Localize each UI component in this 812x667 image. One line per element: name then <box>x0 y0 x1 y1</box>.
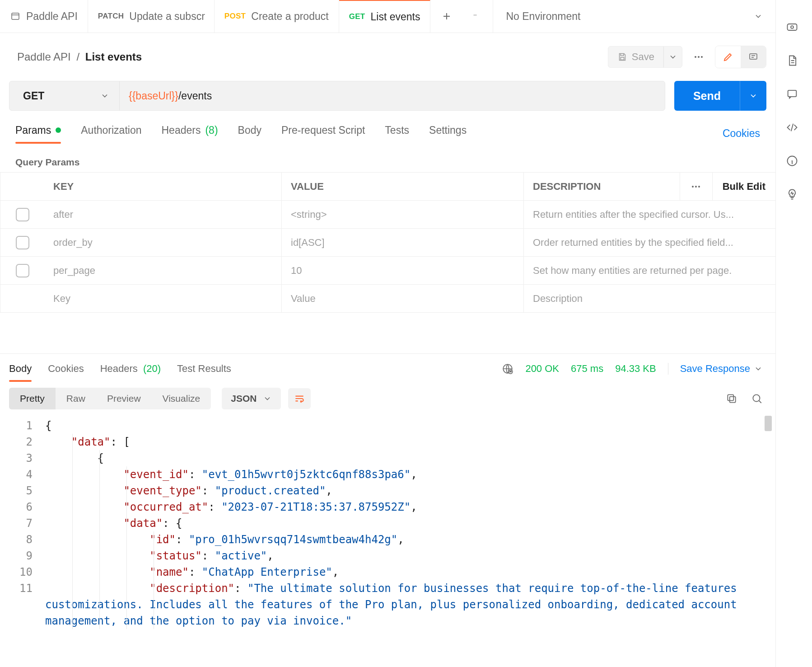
eye-icon[interactable] <box>786 21 798 33</box>
breadcrumb-sep: / <box>74 51 82 63</box>
resp-tab-body[interactable]: Body <box>9 363 32 381</box>
http-method-label: GET <box>23 90 44 102</box>
view-preview[interactable]: Preview <box>96 388 152 409</box>
info-icon[interactable] <box>786 155 798 167</box>
key-input[interactable]: Key <box>44 285 282 312</box>
send-button-group: Send <box>674 81 766 111</box>
url-variable: {{baseUrl}} <box>129 90 178 102</box>
header-value: VALUE <box>282 173 524 200</box>
description-input[interactable]: Description <box>524 285 775 312</box>
resp-tab-cookies[interactable]: Cookies <box>48 363 84 381</box>
send-dropdown[interactable] <box>740 91 766 100</box>
svg-point-9 <box>692 186 694 188</box>
svg-point-6 <box>698 56 700 58</box>
http-method-selector[interactable]: GET <box>9 81 120 110</box>
params-active-indicator <box>56 127 61 133</box>
row-checkbox[interactable] <box>0 229 44 256</box>
table-row: order_byid[ASC]Order returned entities b… <box>0 229 775 257</box>
new-tab-icon[interactable] <box>441 11 452 22</box>
tab-overflow-icon[interactable] <box>468 14 482 18</box>
tab-label: List events <box>371 11 420 23</box>
right-rail <box>776 0 808 667</box>
tab-request-list-events[interactable]: GET List events <box>339 0 431 33</box>
format-selector[interactable]: JSON <box>222 388 281 409</box>
resp-tab-test-results[interactable]: Test Results <box>177 363 231 381</box>
folder-icon <box>10 11 21 22</box>
query-params-label: Query Params <box>0 146 775 172</box>
save-button[interactable]: Save <box>608 47 664 67</box>
tab-request-update-subscription[interactable]: PATCH Update a subscr <box>88 0 215 33</box>
param-description[interactable]: Order returned entities by the specified… <box>524 229 775 256</box>
request-section-tabs: Params Authorization Headers (8) Body Pr… <box>0 121 775 146</box>
param-key[interactable]: per_page <box>44 257 282 284</box>
code-line: 5 "event_type": "product.created", <box>0 483 775 499</box>
comments-icon[interactable] <box>786 88 798 100</box>
save-label: Save <box>632 51 654 63</box>
table-row: per_page10Set how many entities are retu… <box>0 257 775 285</box>
param-key[interactable]: after <box>44 201 282 228</box>
tab-params[interactable]: Params <box>15 124 61 143</box>
tab-tests[interactable]: Tests <box>385 124 409 143</box>
save-response-button[interactable]: Save Response <box>680 363 763 375</box>
url-path: /events <box>178 90 212 102</box>
value-input[interactable]: Value <box>282 285 524 312</box>
code-icon[interactable] <box>786 121 798 134</box>
param-description[interactable]: Set how many entities are returned per p… <box>524 257 775 284</box>
tabs-controls <box>430 0 493 33</box>
row-checkbox[interactable] <box>0 257 44 284</box>
param-value[interactable]: 10 <box>282 257 524 284</box>
table-row: after<string>Return entities after the s… <box>0 201 775 229</box>
code-line: 3 { <box>0 450 775 466</box>
param-value[interactable]: id[ASC] <box>282 229 524 256</box>
send-button[interactable]: Send <box>674 81 740 111</box>
builder-mode[interactable] <box>715 46 741 68</box>
document-tabs: Paddle API PATCH Update a subscr POST Cr… <box>0 0 775 33</box>
tab-settings[interactable]: Settings <box>429 124 467 143</box>
wrap-icon <box>294 393 305 404</box>
bulk-edit-button[interactable]: Bulk Edit <box>713 173 775 200</box>
code-line: 8 "id": "pro_01h5wvrsqq714swmtbeaw4h42g"… <box>0 531 775 548</box>
code-line: 11 "description": "The ultimate solution… <box>0 580 775 629</box>
search-icon[interactable] <box>751 393 763 404</box>
view-pretty[interactable]: Pretty <box>9 388 56 409</box>
documentation-icon[interactable] <box>786 54 798 67</box>
method-badge: PATCH <box>98 12 124 21</box>
chevron-down-icon <box>100 91 109 100</box>
request-url-bar: GET {{baseUrl}}/events <box>9 81 665 111</box>
tab-request-create-product[interactable]: POST Create a product <box>215 0 339 33</box>
chevron-down-icon <box>754 12 763 21</box>
header-options[interactable] <box>680 173 713 200</box>
view-raw[interactable]: Raw <box>56 388 96 409</box>
param-value[interactable]: <string> <box>282 201 524 228</box>
svg-rect-15 <box>728 395 733 400</box>
network-icon[interactable] <box>502 363 513 375</box>
tab-collection-paddle-api[interactable]: Paddle API <box>0 0 88 33</box>
row-checkbox[interactable] <box>0 201 44 228</box>
tab-prerequest[interactable]: Pre-request Script <box>281 124 365 143</box>
row-checkbox <box>0 285 44 312</box>
tab-headers[interactable]: Headers (8) <box>162 124 218 143</box>
view-visualize[interactable]: Visualize <box>152 388 211 409</box>
line-wrap-toggle[interactable] <box>288 388 311 409</box>
resp-tab-headers[interactable]: Headers (20) <box>100 363 161 381</box>
response-size: 94.33 KB <box>615 363 656 375</box>
copy-icon[interactable] <box>726 393 737 404</box>
tab-body[interactable]: Body <box>238 124 261 143</box>
url-input[interactable]: {{baseUrl}}/events <box>120 81 665 110</box>
request-more-actions[interactable] <box>688 46 709 68</box>
cookies-link[interactable]: Cookies <box>723 127 760 140</box>
breadcrumb-parent[interactable]: Paddle API <box>17 51 71 63</box>
svg-rect-19 <box>788 90 797 97</box>
response-body[interactable]: 1{2 "data": [3 {4 "event_id": "evt_01h5w… <box>0 414 775 629</box>
response-body-actions <box>726 393 763 404</box>
body-view-mode: Pretty Raw Preview Visualize <box>9 388 211 409</box>
view-mode-toggle <box>715 46 766 68</box>
tab-authorization[interactable]: Authorization <box>81 124 141 143</box>
comments-mode[interactable] <box>741 46 766 68</box>
param-key[interactable]: order_by <box>44 229 282 256</box>
lightbulb-icon[interactable] <box>786 188 798 201</box>
more-icon <box>692 55 705 59</box>
environment-selector[interactable]: No Environment <box>493 0 775 33</box>
param-description[interactable]: Return entities after the specified curs… <box>524 201 775 228</box>
save-dropdown[interactable] <box>664 52 682 61</box>
